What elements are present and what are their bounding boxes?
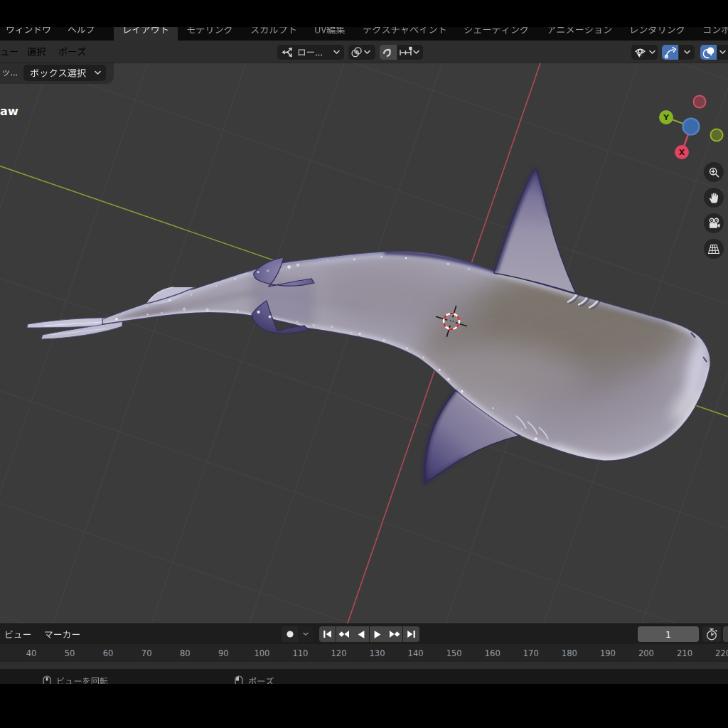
- overlays-dropdown[interactable]: [717, 45, 728, 60]
- top-black-bar: [0, 0, 728, 27]
- jump-to-start-button[interactable]: [319, 626, 336, 642]
- viewport-overlay-text: aw: [0, 105, 18, 118]
- ruler-frame-number: 110: [292, 648, 308, 658]
- ruler-frame-number: 50: [65, 648, 75, 658]
- pan-hand-icon: [708, 192, 720, 204]
- viewport-3d[interactable]: Y X aw: [0, 63, 728, 624]
- stopwatch-glyph: [705, 628, 719, 641]
- ruler-frame-number: 120: [331, 648, 346, 658]
- pb_prevkey-glyph: [338, 630, 350, 638]
- gizmo-axis-neg-y[interactable]: [711, 129, 723, 141]
- camera-view-button[interactable]: [704, 213, 724, 233]
- shark-model[interactable]: [27, 169, 712, 483]
- pb_revplay-glyph: [357, 630, 365, 639]
- cjk-glyph-run: [27, 47, 46, 56]
- chevron-down-icon: [413, 50, 419, 55]
- tool-prefix-label: [1, 68, 18, 77]
- clipped-right-button[interactable]: [723, 626, 728, 642]
- ruler-frame-number: 80: [180, 648, 191, 658]
- viewport-menu-label: [58, 47, 87, 56]
- pb_end-glyph: [406, 630, 417, 638]
- next-keyframe-button[interactable]: [386, 626, 402, 642]
- gizmo-axis-z[interactable]: [683, 119, 700, 135]
- cjk-glyph-run: [4, 630, 31, 639]
- chevron-down-icon: [303, 632, 309, 636]
- chevron-down-glyph: [364, 50, 370, 55]
- record-glyph: [284, 628, 296, 640]
- chevron-down-glyph: [684, 50, 690, 55]
- snap-settings-dropdown[interactable]: [397, 45, 423, 60]
- play-button[interactable]: [370, 626, 386, 642]
- active-tool-label-wrap: [30, 68, 86, 77]
- timeline-menu-0[interactable]: [4, 624, 31, 644]
- chevron-down-glyph: [413, 50, 419, 55]
- pivot-point-dropdown[interactable]: [348, 45, 375, 60]
- jump-to-start-icon: [322, 630, 333, 638]
- gizmo-x-label: X: [679, 148, 685, 157]
- jump-to-end-button[interactable]: [403, 626, 419, 642]
- camera-glyph: [707, 218, 721, 230]
- orient-glyph: [282, 46, 294, 58]
- auto-keying-dropdown[interactable]: [298, 626, 314, 642]
- chevron-down-icon: [364, 50, 370, 55]
- magnet-glyph: [382, 46, 395, 58]
- zoom-icon: [708, 166, 720, 178]
- viewport-overlay-text-value: aw: [0, 105, 18, 118]
- current-frame-field[interactable]: 1: [638, 626, 699, 642]
- pb_nextkey-glyph: [389, 630, 400, 638]
- chevron-down-icon: [95, 70, 101, 75]
- auto-keying-button[interactable]: [282, 626, 298, 642]
- ruler-frame-number: 60: [103, 648, 114, 658]
- shark-body: [102, 243, 712, 461]
- timeline-menus: [4, 624, 81, 644]
- snap-toggle-button[interactable]: [380, 45, 397, 60]
- viewport-menu-1[interactable]: [27, 47, 46, 56]
- jump-to-end-icon: [406, 630, 417, 638]
- gizmos-toggle-button[interactable]: [662, 45, 678, 60]
- cjk-glyph-run: [1, 68, 18, 77]
- gizmos-icon: [664, 46, 677, 59]
- viewport-canvas[interactable]: Y X: [0, 63, 728, 624]
- chevron-down-icon: [684, 50, 690, 55]
- timeline-track[interactable]: [0, 662, 728, 669]
- ruler-frame-number: 140: [408, 648, 424, 658]
- tool-prefix: [1, 68, 18, 77]
- gizmo-y-label: Y: [663, 113, 670, 122]
- chevron-down-icon: [333, 50, 340, 55]
- transform-orientation-dropdown[interactable]: [277, 45, 344, 60]
- stopwatch-button[interactable]: [702, 626, 721, 642]
- pan-button[interactable]: [704, 188, 724, 208]
- ruler-frame-number: 130: [370, 648, 385, 658]
- timeline-ruler[interactable]: 4050607080901001101201301401501601701801…: [0, 644, 728, 662]
- gizmo-axis-neg-x[interactable]: [694, 96, 706, 108]
- cjk-glyph-run: [0, 47, 18, 56]
- active-tool-label: [30, 68, 86, 77]
- ruler-frame-number: 70: [141, 648, 152, 658]
- blender-window: Y X aw 1 405060: [0, 0, 728, 728]
- viewport-menu-2[interactable]: [58, 47, 87, 56]
- perspective-toggle-button[interactable]: [704, 239, 724, 259]
- gizmos-glyph: [664, 46, 677, 59]
- chevron-down-glyph: [303, 632, 309, 636]
- transform-orientation-icon: [282, 46, 294, 58]
- zoom-button[interactable]: [704, 162, 724, 182]
- zoom-glyph: [708, 166, 720, 178]
- timeline-menu-1[interactable]: [44, 624, 80, 644]
- viewport-menu-0[interactable]: [0, 47, 18, 56]
- overlays-glyph: [702, 46, 715, 59]
- previous-keyframe-button[interactable]: [336, 626, 353, 642]
- camera-icon: [707, 218, 721, 230]
- chevron-down-glyph: [333, 50, 340, 55]
- visibility-dropdown[interactable]: [631, 45, 658, 60]
- play-reverse-button[interactable]: [353, 626, 369, 642]
- stopwatch-icon: [705, 628, 719, 641]
- snap-magnet-icon: [382, 46, 395, 58]
- active-tool-dropdown[interactable]: [23, 65, 106, 81]
- navigation-gizmo[interactable]: Y X: [659, 96, 723, 160]
- overlays-toggle-button[interactable]: [700, 45, 717, 60]
- gizmos-dropdown[interactable]: [679, 45, 695, 60]
- ruler-frame-number: 90: [218, 648, 229, 658]
- cjk-glyph-run: [297, 48, 323, 57]
- pb_play-glyph: [373, 630, 382, 639]
- ruler-frame-number: 40: [26, 648, 37, 658]
